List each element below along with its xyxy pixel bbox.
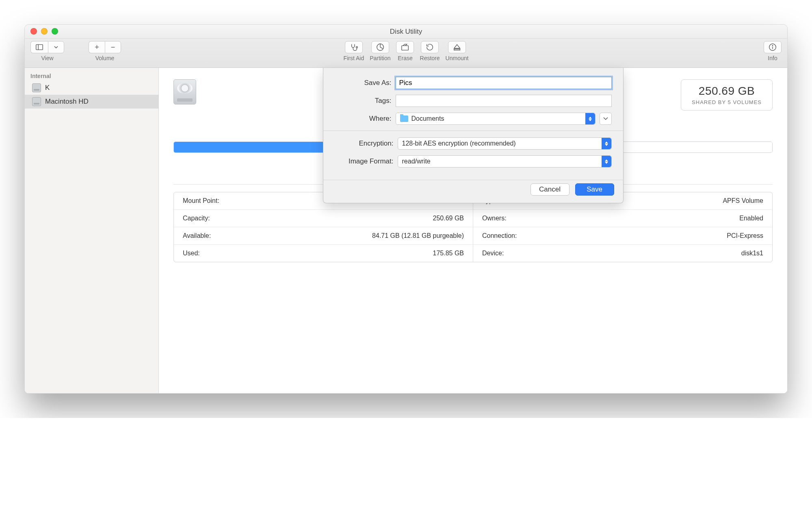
svg-point-9 <box>772 46 773 46</box>
chevron-down-icon <box>603 117 608 120</box>
toolbar: View + − Volume First Aid Partition <box>25 39 787 68</box>
toolbar-volume-group: + − Volume <box>89 41 121 61</box>
eraser-icon <box>401 43 410 52</box>
image-format-label: Image Format: <box>335 157 398 165</box>
cancel-button[interactable]: Cancel <box>531 183 569 196</box>
unmount-button[interactable] <box>448 41 466 53</box>
save-button[interactable]: Save <box>575 183 614 196</box>
drive-icon <box>32 97 41 106</box>
info-button[interactable] <box>764 41 782 53</box>
detail-key: Used: <box>183 250 200 257</box>
sidebar-section-internal: Internal <box>25 71 158 81</box>
sidebar-item-macintosh-hd[interactable]: Macintosh HD <box>25 95 158 109</box>
first-aid-button[interactable] <box>345 41 363 53</box>
zoom-window-button[interactable] <box>52 28 58 35</box>
detail-value: PCI-Express <box>727 232 763 239</box>
chevron-down-icon <box>54 45 58 50</box>
svg-rect-0 <box>36 45 43 50</box>
titlebar: Disk Utility <box>25 25 787 39</box>
sidebar-item-k[interactable]: K <box>25 81 158 95</box>
minimize-window-button[interactable] <box>41 28 48 35</box>
minus-icon: − <box>111 43 115 52</box>
select-stepper-icon <box>602 138 611 149</box>
restore-label: Restore <box>420 55 440 61</box>
pie-icon <box>376 43 385 52</box>
erase-label: Erase <box>398 55 413 61</box>
unmount-label: Unmount <box>446 55 469 61</box>
save-as-label: Save As: <box>335 79 396 87</box>
detail-key: Mount Point: <box>183 197 219 205</box>
save-as-input[interactable] <box>396 77 612 89</box>
detail-key: Device: <box>482 250 504 257</box>
restore-button[interactable] <box>421 41 439 53</box>
image-format-value: read/write <box>402 158 431 165</box>
erase-button[interactable] <box>396 41 414 53</box>
capacity-value: 250.69 GB <box>692 85 762 98</box>
detail-value: 84.71 GB (12.81 GB purgeable) <box>372 232 464 239</box>
detail-key: Connection: <box>482 232 517 239</box>
sidebar-item-label: Macintosh HD <box>45 98 89 106</box>
sidebar-icon <box>35 43 44 52</box>
encryption-select[interactable]: 128-bit AES encryption (recommended) <box>398 137 612 150</box>
detail-key: Available: <box>183 232 211 239</box>
view-menu-button[interactable] <box>48 41 64 53</box>
volume-add-button[interactable]: + <box>89 41 105 53</box>
window-title: Disk Utility <box>390 28 422 36</box>
volume-remove-button[interactable]: − <box>105 41 121 53</box>
info-label: Info <box>768 55 777 61</box>
save-sheet: Save As: Tags: Where: Documents <box>323 68 624 203</box>
window-controls <box>30 28 58 35</box>
toolbar-volume-label: Volume <box>95 55 115 61</box>
plus-icon: + <box>95 43 99 52</box>
detail-key: Capacity: <box>183 215 210 222</box>
main-panel: 250.69 GB SHARED BY 5 VOLUMES Free 71.9 … <box>159 68 787 393</box>
info-icon <box>768 43 777 52</box>
svg-rect-4 <box>402 46 409 50</box>
toolbar-view-group: View <box>30 41 64 61</box>
view-sidebar-button[interactable] <box>30 41 48 53</box>
toolbar-view-label: View <box>41 55 53 61</box>
select-stepper-icon <box>585 113 595 124</box>
encryption-value: 128-bit AES encryption (recommended) <box>402 140 516 147</box>
image-format-select[interactable]: read/write <box>398 155 612 168</box>
detail-value: 250.69 GB <box>433 215 464 222</box>
disk-utility-window: Disk Utility View + − Volume <box>24 24 788 394</box>
eject-icon <box>453 43 461 52</box>
svg-marker-5 <box>454 45 460 48</box>
tags-label: Tags: <box>335 97 396 105</box>
select-stepper-icon <box>602 156 611 167</box>
svg-rect-6 <box>454 49 460 50</box>
where-select[interactable]: Documents <box>396 113 595 125</box>
capacity-box: 250.69 GB SHARED BY 5 VOLUMES <box>681 79 773 111</box>
detail-value: disk1s1 <box>741 250 763 257</box>
disk-icon <box>173 79 196 104</box>
partition-button[interactable] <box>371 41 389 53</box>
svg-point-2 <box>356 46 357 48</box>
detail-value: APFS Volume <box>723 197 763 205</box>
restore-icon <box>425 43 434 52</box>
drive-icon <box>32 83 41 92</box>
where-label: Where: <box>335 115 396 123</box>
detail-value: 175.85 GB <box>433 250 464 257</box>
tags-input[interactable] <box>396 95 612 107</box>
sheet-separator <box>323 131 623 131</box>
folder-icon <box>400 115 408 122</box>
close-window-button[interactable] <box>30 28 37 35</box>
expand-save-dialog-button[interactable] <box>600 113 612 125</box>
first-aid-label: First Aid <box>344 55 364 61</box>
stethoscope-icon <box>349 43 358 52</box>
capacity-subtitle: SHARED BY 5 VOLUMES <box>692 99 762 105</box>
sidebar-item-label: K <box>45 84 50 92</box>
partition-label: Partition <box>370 55 390 61</box>
detail-value: Enabled <box>739 215 763 222</box>
detail-key: Owners: <box>482 215 507 222</box>
encryption-label: Encryption: <box>335 139 398 148</box>
sidebar: Internal K Macintosh HD <box>25 68 159 393</box>
where-value: Documents <box>411 115 444 122</box>
